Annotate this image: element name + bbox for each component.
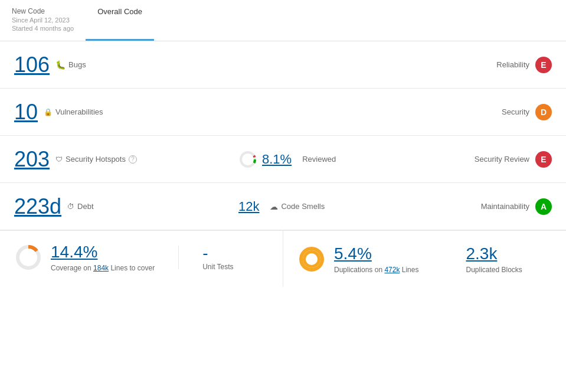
smells-label: Code Smells — [270, 202, 325, 211]
bugs-value[interactable]: 106 — [14, 54, 50, 76]
smell-icon — [270, 202, 278, 211]
debt-label: Debt — [67, 202, 93, 211]
coverage-main: 14.4% Coverage on 184k Lines to cover — [14, 243, 155, 272]
debt-icon — [67, 202, 74, 211]
debt-left: 223d Debt — [14, 196, 238, 217]
hotspots-label: Security Hotspots ? — [55, 155, 137, 164]
tab-new-code-since: Since April 12, 2023 — [12, 17, 74, 24]
vuln-rating-label: Security — [502, 107, 529, 116]
tab-overall-code-label: Overall Code — [97, 7, 142, 16]
hotspots-middle: 8.1% Reviewed — [238, 150, 475, 169]
hotspots-value[interactable]: 203 — [14, 149, 50, 170]
svg-point-7 — [306, 253, 318, 265]
dup-value[interactable]: 5.4% — [334, 244, 418, 263]
unit-tests-group: - Unit Tests — [202, 244, 233, 271]
unit-tests-value[interactable]: - — [202, 244, 208, 263]
debt-right: Maintainability A — [481, 198, 552, 215]
hotspots-right: Security Review E — [475, 151, 552, 168]
vuln-rating-badge: D — [535, 104, 552, 120]
bugs-right: Reliability E — [496, 57, 552, 73]
bugs-rating-label: Reliability — [496, 60, 529, 69]
duplication-section: 5.4% Duplications on 472k Lines 2.3k Dup… — [283, 231, 566, 287]
vuln-left: 10 Vulnerabilities — [14, 102, 238, 123]
tab-new-code-label: New Code — [12, 7, 74, 15]
tab-overall-code[interactable]: Overall Code — [86, 0, 154, 41]
coverage-value[interactable]: 14.4% — [51, 243, 155, 262]
vuln-right: Security D — [502, 104, 552, 120]
bug-icon — [55, 60, 66, 70]
review-percent[interactable]: 8.1% — [262, 153, 292, 166]
duplication-inner: 5.4% Duplications on 472k Lines 2.3k Dup… — [297, 243, 552, 275]
vuln-value[interactable]: 10 — [14, 102, 38, 123]
hotspots-rating-badge: E — [535, 151, 552, 168]
dup-blocks: 2.3k Duplicated Blocks — [466, 244, 522, 274]
vuln-label: Vulnerabilities — [44, 107, 103, 116]
svg-point-0 — [241, 152, 255, 166]
coverage-text: 14.4% Coverage on 184k Lines to cover — [51, 243, 155, 272]
hotspots-rating-label: Security Review — [475, 155, 529, 164]
bugs-rating-badge: E — [535, 57, 552, 73]
shield-icon — [55, 155, 63, 164]
tab-new-code-started: Started 4 months ago — [12, 25, 74, 32]
bugs-row: 106 Bugs Reliability E — [0, 41, 566, 89]
coverage-inner: 14.4% Coverage on 184k Lines to cover - … — [14, 243, 269, 272]
debt-middle: 12k Code Smells — [238, 200, 481, 213]
dup-text: 5.4% Duplications on 472k Lines — [334, 244, 418, 274]
coverage-meta: Coverage on 184k Lines to cover — [51, 264, 155, 272]
tab-new-code[interactable]: New Code Since April 12, 2023 Started 4 … — [0, 0, 86, 41]
dup-blocks-value[interactable]: 2.3k — [466, 244, 522, 263]
debt-row: 223d Debt 12k Code Smells Maintainabilit… — [0, 183, 566, 230]
coverage-donut — [14, 243, 42, 272]
coverage-lines-link[interactable]: 184k — [93, 264, 109, 272]
hotspots-help-icon[interactable]: ? — [129, 155, 137, 164]
bugs-label: Bugs — [55, 60, 86, 70]
dup-lines-link[interactable]: 472k — [384, 266, 400, 274]
unit-tests-label: Unit Tests — [202, 263, 233, 271]
bottom-metrics: 14.4% Coverage on 184k Lines to cover - … — [0, 230, 566, 287]
dup-blocks-label: Duplicated Blocks — [466, 266, 522, 274]
bugs-left: 106 Bugs — [14, 54, 238, 76]
hotspots-left: 203 Security Hotspots ? — [14, 149, 238, 170]
dup-main: 5.4% Duplications on 472k Lines — [297, 243, 418, 275]
smells-value[interactable]: 12k — [238, 200, 259, 213]
security-review-donut — [238, 150, 257, 169]
unit-divider — [178, 246, 179, 269]
dup-meta: Duplications on 472k Lines — [334, 266, 418, 274]
vulnerabilities-row: 10 Vulnerabilities Security D — [0, 89, 566, 136]
lock-icon — [44, 107, 53, 116]
coverage-section: 14.4% Coverage on 184k Lines to cover - … — [0, 231, 283, 287]
review-label: Reviewed — [302, 155, 336, 164]
hotspots-row: 203 Security Hotspots ? 8.1% Reviewed — [0, 136, 566, 183]
debt-value[interactable]: 223d — [14, 196, 61, 217]
tab-bar: New Code Since April 12, 2023 Started 4 … — [0, 0, 566, 41]
debt-rating-label: Maintainability — [481, 202, 529, 211]
dup-donut — [297, 245, 326, 275]
metrics-container: 106 Bugs Reliability E 10 Vulnerabilitie… — [0, 41, 566, 287]
debt-rating-badge: A — [535, 198, 552, 215]
